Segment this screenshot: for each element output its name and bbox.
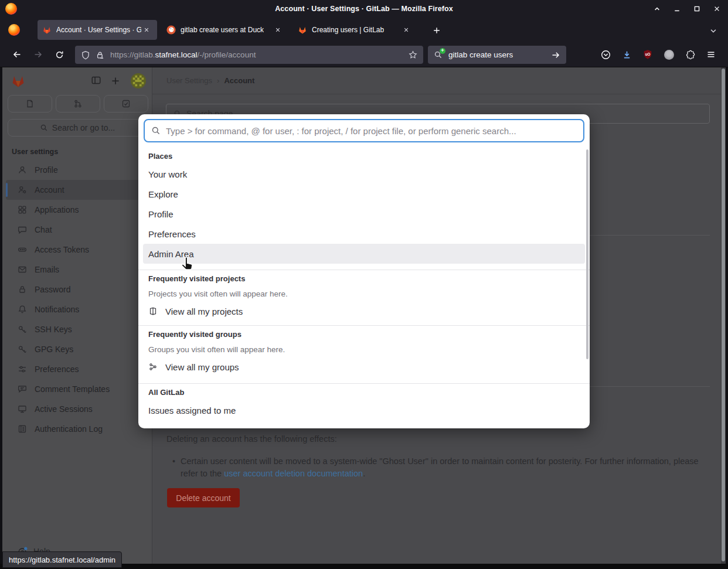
section-header-frequent-groups: Frequently visited groups — [143, 326, 585, 342]
command-palette-results: Places Your work Explore Profile Prefere… — [138, 148, 590, 428]
sidebar-search-input[interactable]: Search or go to... — [8, 119, 147, 137]
chat-bubble-icon — [18, 225, 27, 234]
back-button[interactable] — [8, 46, 26, 63]
search-go-arrow-icon[interactable] — [551, 50, 560, 60]
page-scrollbar-thumb[interactable] — [722, 69, 725, 561]
lock-icon — [18, 285, 27, 294]
token-pill-icon — [18, 245, 27, 254]
window-edge — [726, 67, 728, 564]
add-engine-badge-icon: + — [440, 48, 445, 54]
mouse-hand-cursor — [179, 255, 197, 274]
command-palette-modal: Places Your work Explore Profile Prefere… — [138, 114, 590, 428]
delete-account-button[interactable]: Delete account — [167, 488, 240, 507]
list-all-tabs-chevron-icon[interactable] — [706, 23, 721, 39]
palette-item-profile[interactable]: Profile — [143, 204, 585, 224]
command-palette-search[interactable] — [144, 119, 584, 142]
new-tab-button[interactable] — [429, 23, 444, 38]
tab-account-settings[interactable]: Account · User Settings · Gi — [38, 20, 157, 40]
gitlab-docs-favicon-icon — [298, 25, 307, 35]
delete-account-bullet: •Certain user content will be moved to a… — [181, 455, 702, 480]
ublock-origin-icon[interactable]: uO — [639, 46, 656, 63]
log-icon — [18, 424, 27, 434]
tab-close-icon[interactable] — [141, 24, 152, 36]
tab-label: gitlab create users at Duck — [181, 26, 264, 34]
palette-item-issues-assigned[interactable]: Issues assigned to me — [143, 400, 585, 420]
search-engine-icon[interactable]: + — [434, 50, 443, 60]
tab-bar: Account · User Settings · Gi gitlab crea… — [0, 18, 728, 42]
sidebar-item-password[interactable]: Password — [2, 280, 152, 299]
maximize-button[interactable] — [689, 2, 705, 16]
tab-duckduckgo-search[interactable]: gitlab create users at Duck — [162, 20, 288, 40]
sidebar-item-ssh-keys[interactable]: SSH Keys — [2, 319, 152, 339]
issues-shortcut-button[interactable] — [8, 95, 52, 113]
key-icon — [18, 345, 27, 354]
todo-list-shortcut-button[interactable] — [104, 95, 148, 113]
palette-scrollbar-thumb[interactable] — [586, 149, 588, 359]
shade-window-button[interactable] — [649, 2, 665, 16]
command-palette-input[interactable] — [166, 126, 577, 136]
tab-close-icon[interactable] — [400, 24, 412, 36]
lock-warning-icon[interactable] — [96, 50, 105, 60]
navigation-toolbar: https://gitlab.stafnet.local/-/profile/a… — [0, 42, 728, 67]
close-window-button[interactable] — [709, 2, 724, 16]
page-viewport: Search or go to... User settings Profile… — [0, 67, 728, 564]
extension-badge-icon[interactable] — [661, 46, 677, 63]
palette-item-your-work[interactable]: Your work — [143, 164, 585, 184]
tab-close-icon[interactable] — [272, 24, 284, 36]
forward-button[interactable] — [29, 46, 47, 63]
bell-icon — [18, 305, 27, 314]
page-scrollbar[interactable] — [721, 67, 726, 564]
create-new-plus-icon[interactable] — [110, 75, 121, 87]
sidebar-item-chat[interactable]: Chat — [2, 220, 152, 240]
url-bar[interactable]: https://gitlab.stafnet.local/-/profile/a… — [75, 46, 423, 64]
sidebar-item-account[interactable]: Account — [6, 180, 148, 200]
pocket-icon[interactable] — [597, 46, 614, 63]
sidebar-item-gpg-keys[interactable]: GPG Keys — [2, 339, 152, 359]
gitlab-logo-icon[interactable] — [11, 73, 26, 88]
sidebar-item-authentication-log[interactable]: Authentication Log — [2, 419, 152, 439]
merge-requests-shortcut-button[interactable] — [56, 95, 100, 113]
tab-gitlab-docs[interactable]: Creating users | GitLab — [293, 20, 421, 40]
gitlab-sidebar: Search or go to... User settings Profile… — [2, 67, 152, 564]
sidebar-item-preferences[interactable]: Preferences — [2, 359, 152, 379]
user-avatar[interactable] — [131, 73, 146, 88]
tracking-shield-icon[interactable] — [81, 50, 90, 60]
view-all-groups-link[interactable]: View all my groups — [143, 356, 585, 377]
sliders-icon — [18, 364, 27, 374]
sidebar-panel-toggle-icon[interactable] — [91, 75, 101, 86]
sidebar-section-label: User settings — [12, 148, 58, 156]
frequent-groups-empty-text: Groups you visit often will appear here. — [143, 342, 585, 356]
sidebar-item-emails[interactable]: Emails — [2, 260, 152, 280]
firefox-view-icon[interactable] — [8, 24, 20, 36]
minimize-button[interactable] — [669, 2, 685, 16]
sidebar-item-profile[interactable]: Profile — [2, 160, 152, 180]
extensions-puzzle-icon[interactable] — [682, 46, 698, 63]
url-text: https://gitlab.stafnet.local/-/profile/a… — [110, 50, 404, 59]
palette-item-explore[interactable]: Explore — [143, 184, 585, 204]
hamburger-menu-icon[interactable] — [703, 46, 719, 63]
downloads-icon[interactable] — [618, 46, 635, 63]
palette-item-preferences[interactable]: Preferences — [143, 224, 585, 244]
breadcrumb-parent[interactable]: User Settings — [166, 76, 212, 85]
frequent-projects-empty-text: Projects you visit often will appear her… — [143, 287, 585, 301]
palette-item-admin-area[interactable]: Admin Area — [143, 244, 585, 264]
view-all-projects-link[interactable]: View all my projects — [143, 301, 585, 322]
sidebar-item-active-sessions[interactable]: Active Sessions — [2, 399, 152, 419]
reload-button[interactable] — [50, 46, 68, 63]
grid-icon — [18, 205, 27, 214]
breadcrumb-current: Account — [224, 76, 254, 85]
duckduckgo-favicon-icon — [166, 25, 176, 35]
sidebar-item-comment-templates[interactable]: Comment Templates — [2, 379, 152, 399]
svg-text:uO: uO — [645, 52, 651, 56]
sidebar-item-access-tokens[interactable]: Access Tokens — [2, 240, 152, 260]
bookmark-star-icon[interactable] — [409, 50, 417, 59]
sidebar-item-notifications[interactable]: Notifications — [2, 299, 152, 319]
groups-icon — [148, 362, 158, 372]
sidebar-item-applications[interactable]: Applications — [2, 200, 152, 220]
delete-account-intro: Deleting an account has the following ef… — [166, 434, 337, 444]
account-deletion-doc-link[interactable]: user account deletion documentation — [224, 469, 363, 478]
browser-search-field[interactable]: + gitlab create users — [428, 46, 566, 64]
palette-item-issues-created[interactable]: Issues I've created — [143, 425, 585, 428]
gitlab-favicon-icon — [42, 25, 52, 35]
monitor-icon — [18, 404, 27, 414]
